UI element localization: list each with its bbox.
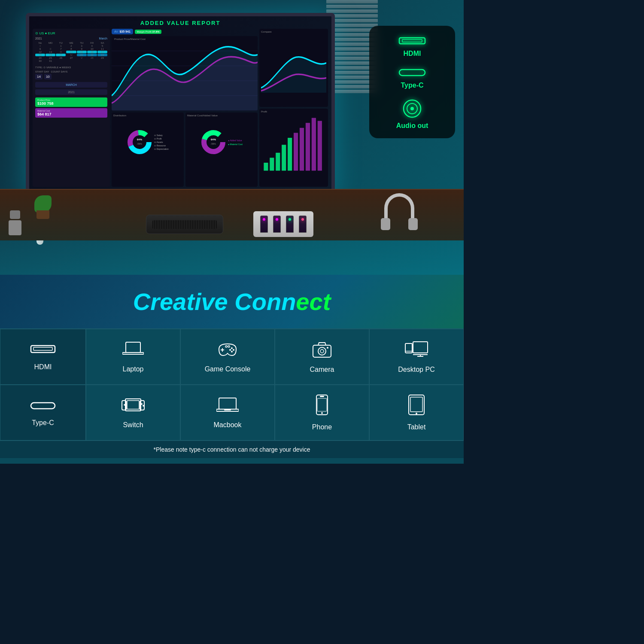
headphone-cups [381,218,418,230]
grid-switch: Switch [86,385,180,440]
svg-rect-25 [399,38,425,44]
grid-macbook-label: Macbook [214,421,242,429]
grid-game-console-label: Game Console [205,365,251,373]
material-donut: 64% /36% ● Added Value ● Material Cost [187,118,256,167]
svg-text:/36%: /36% [137,143,143,145]
grid-typec-icon [30,398,56,414]
svg-text:64%: 64% [211,138,216,141]
headphones [378,193,421,240]
grid-laptop-icon [122,340,144,360]
wave-chart-svg [112,36,258,111]
robot-figure [4,210,26,236]
svg-rect-70 [410,397,422,412]
screen-right: Compare Profit [259,29,328,187]
grid-phone-label: Phone [312,423,332,431]
grid-camera: Camera [275,329,369,385]
connectivity-panel: HDMI Type-C [369,26,455,138]
svg-rect-34 [122,352,144,354]
grid-laptop: Laptop [86,329,180,385]
grid-desktop-label: Desktop PC [398,366,434,374]
grid-gamepad-icon [216,340,240,360]
monitor-screen: ADDED VALUE REPORT ⊙ US ● EUR 2021March … [29,16,331,194]
svg-rect-27 [399,70,425,76]
svg-rect-64 [224,410,231,410]
grid-laptop-label: Laptop [123,365,144,373]
connection-grid-section: HDMI Laptop [0,328,464,464]
grid-camera-icon [311,340,333,361]
material-cost-value: $64 817 [37,112,105,116]
svg-point-44 [318,347,326,355]
grid-desktop-icon [404,340,428,361]
svg-point-39 [231,351,233,352]
headphone-arc [384,193,414,219]
grid-typec-label: Type-C [32,419,54,427]
creative-word: Creative [133,288,228,315]
svg-point-45 [320,349,324,353]
svg-point-30 [410,107,414,110]
screen-content: ⊙ US ● EUR 2021March NoMOTUWETHFRSA I123… [33,29,328,187]
grid-switch-label: Switch [123,421,143,429]
svg-rect-47 [413,342,428,353]
screen-calendar: ⊙ US ● EUR 2021March NoMOTUWETHFRSA I123… [33,29,110,187]
port-typec-item: Type-C [376,66,449,89]
av-value: $35 941 [119,30,130,33]
material-chart: Material Cost/Added Value 64% /36% [185,112,258,187]
svg-point-40 [229,349,231,351]
stats-row: AV: $35 941 Margin Profit 37.8% [112,29,258,34]
donut-chart: 64% /36% ⊙ Salary ⊙ Profit ⊙ Assets ⊙ Re… [113,118,182,167]
svg-rect-16 [270,158,274,170]
hdmi-label: HDMI [404,50,421,58]
compare-chart: Compare [259,29,328,107]
headphone-cup-right [408,218,418,230]
svg-point-41 [225,346,227,347]
robot-head [10,210,20,219]
grid-macbook-icon [216,396,239,416]
bottom-note: *Please note type-c connection can not c… [0,440,464,458]
grid-hdmi-port: HDMI [0,329,86,385]
svg-text:64%: 64% [137,138,143,141]
svg-rect-20 [294,133,298,170]
bottom-charts: Distribution 64% /36% [112,112,258,187]
plant-pot [36,210,49,219]
plant-leaves [34,195,52,213]
screen-title: ADDED VALUE REPORT [33,20,328,26]
page-wrapper: ADDED VALUE REPORT ⊙ US ● EUR 2021March … [0,0,464,464]
grid-desktop: Desktop PC [369,329,464,385]
av-label: AV: [114,30,119,33]
top-section: ADDED VALUE REPORT ⊙ US ● EUR 2021March … [0,0,464,275]
profit-svg [261,113,326,173]
chart-label-main: Product Price/Material Cost [114,38,146,40]
connect-word-part1: Conn [234,288,296,315]
svg-rect-17 [276,153,280,171]
svg-rect-53 [31,403,55,409]
grid-camera-label: Camera [310,366,334,374]
svg-rect-67 [317,398,327,411]
hdmi-icon [397,34,427,47]
grid-tablet-icon [408,394,425,418]
compare-svg [261,33,326,93]
svg-rect-24 [318,121,322,171]
audio-svg [401,98,423,119]
svg-rect-23 [312,118,316,171]
material-donut-svg: 64% /36% [200,129,226,155]
svg-point-38 [233,349,234,351]
robot-body [9,220,21,235]
blind-slat [326,5,378,8]
tube-clock [253,211,313,237]
svg-rect-19 [288,138,292,171]
svg-text:/36%: /36% [211,143,216,145]
svg-rect-15 [264,163,268,171]
svg-point-46 [327,347,328,349]
grid-hdmi-icon [30,343,56,358]
svg-point-42 [228,346,230,347]
distribution-label: Distribution [113,114,182,117]
tube-4 [299,216,307,233]
svg-rect-32 [33,347,52,350]
blind-slat [326,0,378,3]
tube-1 [260,216,268,233]
svg-rect-31 [31,346,55,352]
wave-chart: Product Price/Material Cost [112,36,258,111]
creative-connect-title: Creative Connect [9,288,455,316]
svg-point-61 [143,405,144,407]
svg-rect-57 [127,401,139,409]
